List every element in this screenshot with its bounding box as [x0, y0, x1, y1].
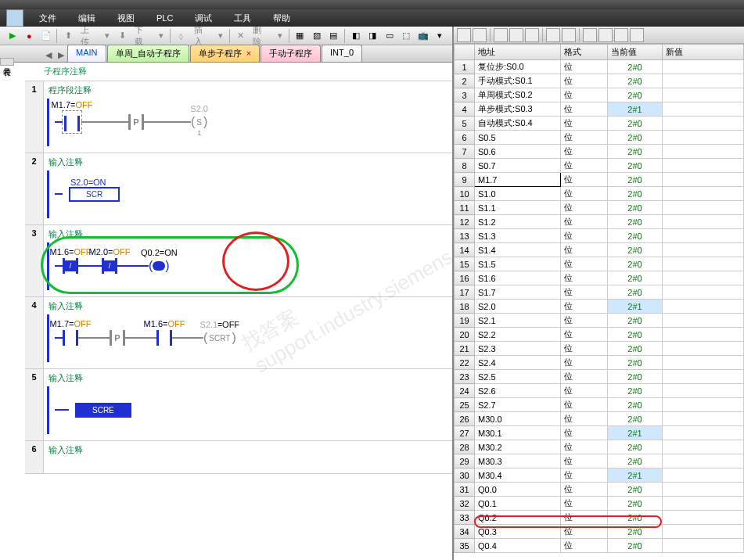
- network-number[interactable]: 5: [25, 369, 44, 440]
- tool-btn-6[interactable]: ▭: [382, 28, 397, 44]
- cell-new[interactable]: [663, 285, 744, 300]
- cell-format[interactable]: 位: [561, 243, 608, 257]
- watch-tool-8[interactable]: [583, 28, 597, 42]
- cell-address[interactable]: S1.1: [475, 201, 561, 215]
- cell-format[interactable]: 位: [561, 539, 608, 553]
- tool-btn-9[interactable]: ▾: [433, 28, 447, 44]
- watch-tool-6[interactable]: [546, 28, 560, 42]
- table-row[interactable]: 17S1.7位2#0: [455, 285, 744, 300]
- cell-format[interactable]: 位: [561, 511, 608, 525]
- cell-address[interactable]: S2.7: [475, 398, 561, 412]
- table-row[interactable]: 16S1.6位2#0: [455, 271, 744, 285]
- cell-format[interactable]: 位: [561, 229, 608, 243]
- cell-address[interactable]: S1.7: [475, 285, 561, 300]
- table-row[interactable]: 26M30.0位2#0: [455, 412, 744, 426]
- cell-new[interactable]: [663, 497, 744, 511]
- cell-format[interactable]: 位: [561, 497, 608, 511]
- run-icon[interactable]: ▶: [5, 28, 20, 44]
- cell-address[interactable]: Q0.2: [475, 511, 561, 525]
- menu-edit[interactable]: 编辑: [69, 11, 105, 26]
- cell-new[interactable]: [663, 525, 744, 539]
- col-new[interactable]: 新值: [663, 45, 744, 60]
- cell-address[interactable]: Q0.0: [475, 483, 561, 497]
- contact-M2.0[interactable]: M2.0=OFF/: [102, 258, 117, 274]
- download-icon[interactable]: ⬇: [114, 28, 129, 44]
- cell-address[interactable]: 复位步:S0.0: [475, 60, 561, 74]
- cell-format[interactable]: 位: [561, 187, 608, 201]
- table-row[interactable]: 34Q0.3位2#0: [455, 525, 744, 539]
- tool-btn-1[interactable]: ▦: [293, 28, 307, 44]
- cell-new[interactable]: [663, 102, 744, 117]
- cell-address[interactable]: 手动模式:S0.1: [475, 74, 561, 88]
- table-row[interactable]: 6S0.5位2#0: [455, 131, 744, 145]
- cell-format[interactable]: 位: [561, 60, 608, 74]
- network-number[interactable]: 4: [25, 297, 44, 368]
- col-current[interactable]: 当前值: [608, 45, 663, 60]
- cell-new[interactable]: [663, 88, 744, 102]
- cell-address[interactable]: Q0.4: [475, 539, 561, 553]
- table-row[interactable]: 20S2.2位2#0: [455, 328, 744, 342]
- menu-debug[interactable]: 调试: [185, 11, 221, 26]
- network-number[interactable]: 3: [25, 225, 44, 296]
- watch-tool-1[interactable]: [457, 28, 471, 42]
- cell-new[interactable]: [663, 201, 744, 215]
- cell-format[interactable]: 位: [561, 131, 608, 145]
- cell-new[interactable]: [663, 483, 744, 497]
- cell-new[interactable]: [663, 511, 744, 525]
- cell-new[interactable]: [663, 468, 744, 483]
- cell-address[interactable]: M30.0: [475, 412, 561, 426]
- tab-4[interactable]: INT_0: [322, 45, 362, 62]
- cell-address[interactable]: M30.4: [475, 468, 561, 483]
- output-coil-Q0.2[interactable]: Q0.2=ON(): [149, 259, 170, 273]
- table-row[interactable]: 7S0.6位2#0: [455, 145, 744, 159]
- tab-close-icon[interactable]: ×: [246, 48, 251, 58]
- table-row[interactable]: 2手动模式:S0.1位2#0: [455, 74, 744, 88]
- contact-M1.6[interactable]: M1.6=OFF: [156, 330, 172, 346]
- table-row[interactable]: 4单步模式:S0.3位2#1: [455, 102, 744, 117]
- tab-1[interactable]: 单周_自动子程序: [107, 45, 189, 62]
- table-row[interactable]: 19S2.1位2#0: [455, 314, 744, 328]
- cell-address[interactable]: 自动模式:S0.4: [475, 117, 561, 131]
- table-row[interactable]: 29M30.3位2#0: [455, 454, 744, 468]
- cell-format[interactable]: 位: [561, 454, 608, 468]
- table-row[interactable]: 3单周模式:S0.2位2#0: [455, 88, 744, 102]
- cell-new[interactable]: [663, 187, 744, 201]
- table-row[interactable]: 15S1.5位2#0: [455, 257, 744, 271]
- cell-address[interactable]: 单步模式:S0.3: [475, 102, 561, 117]
- cell-new[interactable]: [663, 159, 744, 173]
- cell-address[interactable]: M30.2: [475, 440, 561, 454]
- table-row[interactable]: 25S2.7位2#0: [455, 398, 744, 412]
- cell-format[interactable]: 位: [561, 117, 608, 131]
- cell-new[interactable]: [663, 342, 744, 356]
- cell-format[interactable]: 位: [561, 285, 608, 300]
- cell-address[interactable]: S0.5: [475, 131, 561, 145]
- cell-address[interactable]: S0.6: [475, 145, 561, 159]
- tabs-right-arrow-icon[interactable]: ▶: [55, 48, 67, 62]
- watch-tool-4[interactable]: [509, 28, 523, 42]
- cell-format[interactable]: 位: [561, 145, 608, 159]
- cell-address[interactable]: S1.4: [475, 243, 561, 257]
- cell-address[interactable]: S2.0: [475, 300, 561, 314]
- table-row[interactable]: 32Q0.1位2#0: [455, 497, 744, 511]
- insert-icon[interactable]: ⎀: [174, 28, 189, 44]
- menu-help[interactable]: 帮助: [264, 11, 300, 26]
- cell-new[interactable]: [663, 60, 744, 74]
- table-row[interactable]: 14S1.4位2#0: [455, 243, 744, 257]
- table-row[interactable]: 31Q0.0位2#0: [455, 483, 744, 497]
- cell-new[interactable]: [663, 328, 744, 342]
- table-row[interactable]: 33Q0.2位2#0: [455, 511, 744, 525]
- watch-table[interactable]: 地址 格式 当前值 新值 1复位步:S0.0位2#02手动模式:S0.1位2#0…: [454, 44, 744, 560]
- cell-new[interactable]: [663, 440, 744, 454]
- cell-format[interactable]: 位: [561, 370, 608, 384]
- cell-address[interactable]: M30.1: [475, 426, 561, 440]
- upload-icon[interactable]: ⬆: [60, 28, 75, 44]
- table-row[interactable]: 23S2.5位2#0: [455, 370, 744, 384]
- tabs-left-arrow-icon[interactable]: ◀: [42, 48, 55, 62]
- watch-tool-7[interactable]: [562, 28, 576, 42]
- contact-M1.6[interactable]: M1.6=OFF/: [63, 258, 78, 274]
- table-row[interactable]: 27M30.1位2#1: [455, 426, 744, 440]
- cell-new[interactable]: [663, 243, 744, 257]
- cell-address[interactable]: S1.6: [475, 271, 561, 285]
- cell-format[interactable]: 位: [561, 271, 608, 285]
- cell-new[interactable]: [663, 454, 744, 468]
